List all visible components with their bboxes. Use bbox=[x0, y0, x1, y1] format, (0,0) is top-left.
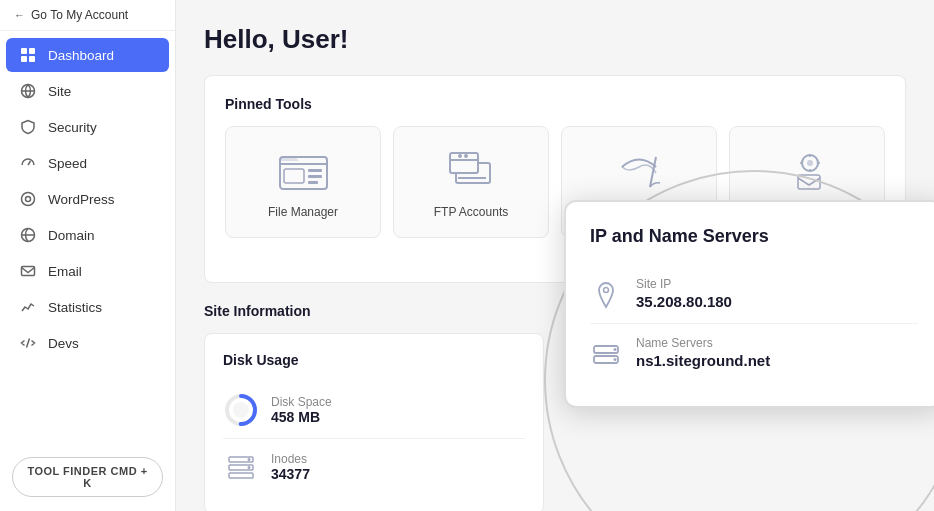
svg-rect-16 bbox=[450, 159, 478, 161]
devs-icon bbox=[20, 335, 38, 351]
sidebar-item-label: Email bbox=[48, 264, 82, 279]
sidebar-item-label: Dashboard bbox=[48, 48, 114, 63]
go-to-account-label: Go To My Account bbox=[31, 8, 128, 22]
site-ip-info: Site IP 35.208.80.180 bbox=[636, 277, 732, 310]
sidebar-nav: Dashboard Site Security Speed bbox=[0, 31, 175, 447]
file-manager-label: File Manager bbox=[268, 205, 338, 219]
sidebar-item-security[interactable]: Security bbox=[6, 110, 169, 144]
name-servers-row: Name Servers ns1.siteground.net bbox=[590, 324, 918, 382]
pinned-tools-title: Pinned Tools bbox=[225, 96, 885, 112]
statistics-icon bbox=[20, 299, 38, 315]
main-content: Hello, User! Pinned Tools File bbox=[176, 0, 934, 511]
page-title: Hello, User! bbox=[204, 24, 906, 55]
disk-space-icon bbox=[223, 392, 259, 428]
sidebar-item-speed[interactable]: Speed bbox=[6, 146, 169, 180]
svg-point-31 bbox=[248, 466, 251, 469]
name-servers-label: Name Servers bbox=[636, 336, 770, 350]
svg-point-26 bbox=[233, 402, 249, 418]
tool-file-manager[interactable]: File Manager bbox=[225, 126, 381, 238]
svg-point-32 bbox=[604, 288, 609, 293]
svg-point-18 bbox=[458, 154, 462, 158]
disk-space-label: Disk Space bbox=[271, 395, 332, 409]
disk-space-info: Disk Space 458 MB bbox=[271, 395, 332, 425]
inodes-row: Inodes 34377 bbox=[223, 439, 525, 495]
sidebar-item-wordpress[interactable]: WordPress bbox=[6, 182, 169, 216]
sidebar-item-email[interactable]: Email bbox=[6, 254, 169, 288]
ip-servers-title: IP and Name Servers bbox=[590, 226, 918, 247]
site-ip-row: Site IP 35.208.80.180 bbox=[590, 265, 918, 324]
ftp-accounts-icon bbox=[441, 145, 501, 195]
sidebar-item-dashboard[interactable]: Dashboard bbox=[6, 38, 169, 72]
site-ip-value: 35.208.80.180 bbox=[636, 293, 732, 310]
disk-space-row: Disk Space 458 MB bbox=[223, 382, 525, 439]
sidebar-item-label: Devs bbox=[48, 336, 79, 351]
tool-finder-button[interactable]: TOOL FINDER CMD + K bbox=[12, 457, 163, 497]
inodes-label: Inodes bbox=[271, 452, 310, 466]
sidebar-item-label: WordPress bbox=[48, 192, 115, 207]
sidebar-item-site[interactable]: Site bbox=[6, 74, 169, 108]
svg-rect-8 bbox=[22, 267, 35, 276]
file-manager-icon bbox=[273, 145, 333, 195]
go-to-account-link[interactable]: ← Go To My Account bbox=[0, 0, 175, 31]
site-ip-icon bbox=[590, 279, 622, 311]
wordpress-icon bbox=[20, 191, 38, 207]
sidebar-item-label: Site bbox=[48, 84, 71, 99]
svg-rect-23 bbox=[798, 175, 820, 189]
ftp-accounts-label: FTP Accounts bbox=[434, 205, 508, 219]
domain-icon bbox=[20, 227, 38, 243]
disk-usage-title: Disk Usage bbox=[223, 352, 525, 368]
svg-rect-29 bbox=[229, 473, 253, 478]
svg-rect-0 bbox=[21, 48, 27, 54]
svg-point-30 bbox=[248, 458, 251, 461]
sidebar: ← Go To My Account Dashboard Site Securi… bbox=[0, 0, 176, 511]
svg-point-19 bbox=[464, 154, 468, 158]
mysql-manager-icon bbox=[609, 145, 669, 195]
email-accounts-icon bbox=[777, 145, 837, 195]
dashboard-icon bbox=[20, 47, 38, 63]
svg-rect-11 bbox=[284, 169, 304, 183]
name-servers-info: Name Servers ns1.siteground.net bbox=[636, 336, 770, 369]
svg-rect-13 bbox=[308, 175, 322, 178]
inodes-value: 34377 bbox=[271, 466, 310, 482]
back-arrow-icon: ← bbox=[14, 9, 25, 21]
sidebar-item-label: Statistics bbox=[48, 300, 102, 315]
svg-point-36 bbox=[614, 358, 617, 361]
name-servers-icon bbox=[590, 338, 622, 370]
disk-usage-card: Disk Usage Disk Space 458 MB bbox=[204, 333, 544, 511]
svg-rect-2 bbox=[21, 56, 27, 62]
inodes-icon bbox=[223, 449, 259, 485]
svg-rect-17 bbox=[458, 177, 486, 179]
security-icon bbox=[20, 119, 38, 135]
email-icon bbox=[20, 263, 38, 279]
svg-point-35 bbox=[614, 348, 617, 351]
sidebar-item-label: Security bbox=[48, 120, 97, 135]
svg-rect-12 bbox=[308, 169, 322, 172]
svg-rect-3 bbox=[29, 56, 35, 62]
sidebar-item-devs[interactable]: Devs bbox=[6, 326, 169, 360]
name-servers-value: ns1.siteground.net bbox=[636, 352, 770, 369]
svg-point-6 bbox=[26, 197, 31, 202]
svg-rect-10 bbox=[280, 163, 327, 165]
ip-name-servers-card: IP and Name Servers Site IP 35.208.80.18… bbox=[564, 200, 934, 408]
site-icon bbox=[20, 83, 38, 99]
sidebar-item-statistics[interactable]: Statistics bbox=[6, 290, 169, 324]
sidebar-item-label: Speed bbox=[48, 156, 87, 171]
svg-point-5 bbox=[22, 193, 35, 206]
sidebar-item-label: Domain bbox=[48, 228, 95, 243]
svg-rect-14 bbox=[308, 181, 318, 184]
disk-space-value: 458 MB bbox=[271, 409, 332, 425]
sidebar-item-domain[interactable]: Domain bbox=[6, 218, 169, 252]
site-ip-label: Site IP bbox=[636, 277, 732, 291]
inodes-info: Inodes 34377 bbox=[271, 452, 310, 482]
tool-ftp-accounts[interactable]: FTP Accounts bbox=[393, 126, 549, 238]
svg-rect-1 bbox=[29, 48, 35, 54]
speed-icon bbox=[20, 155, 38, 171]
svg-point-22 bbox=[807, 160, 813, 166]
